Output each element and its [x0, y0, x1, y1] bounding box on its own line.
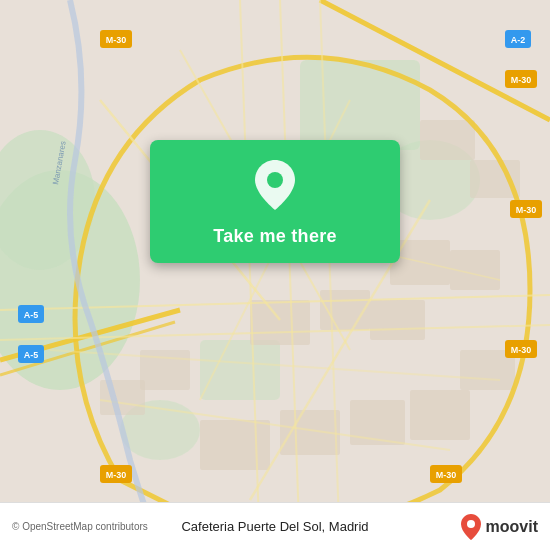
pin-icon-container	[253, 158, 297, 216]
take-me-there-button[interactable]: Take me there	[213, 226, 337, 247]
svg-rect-5	[200, 340, 280, 400]
map-container: M-30 M-30 M-30 M-30 M-30 M-30 A-5 A-5 A-…	[0, 0, 550, 550]
map-attribution: © OpenStreetMap contributors	[12, 521, 148, 532]
svg-text:M-30: M-30	[516, 205, 537, 215]
location-pin-icon	[253, 158, 297, 212]
svg-rect-19	[100, 380, 145, 415]
svg-point-57	[267, 172, 283, 188]
svg-rect-11	[370, 300, 425, 340]
svg-text:A-2: A-2	[511, 35, 526, 45]
svg-text:A-5: A-5	[24, 310, 39, 320]
map-background: M-30 M-30 M-30 M-30 M-30 M-30 A-5 A-5 A-…	[0, 0, 550, 550]
svg-text:M-30: M-30	[106, 35, 127, 45]
svg-point-58	[467, 520, 475, 528]
svg-rect-17	[410, 390, 470, 440]
moovit-logo: moovit	[460, 513, 538, 541]
svg-text:M-30: M-30	[106, 470, 127, 480]
svg-text:M-30: M-30	[511, 345, 532, 355]
svg-rect-9	[250, 300, 310, 345]
svg-rect-22	[420, 120, 475, 160]
svg-text:M-30: M-30	[436, 470, 457, 480]
moovit-logo-text: moovit	[486, 518, 538, 536]
action-card[interactable]: Take me there	[150, 140, 400, 263]
svg-rect-16	[350, 400, 405, 445]
svg-text:A-5: A-5	[24, 350, 39, 360]
bottom-bar: © OpenStreetMap contributors Cafeteria P…	[0, 502, 550, 550]
location-label: Cafeteria Puerte Del Sol, Madrid	[181, 519, 368, 534]
moovit-pin-icon	[460, 513, 482, 541]
svg-text:M-30: M-30	[511, 75, 532, 85]
svg-rect-14	[200, 420, 270, 470]
svg-rect-3	[300, 60, 420, 150]
